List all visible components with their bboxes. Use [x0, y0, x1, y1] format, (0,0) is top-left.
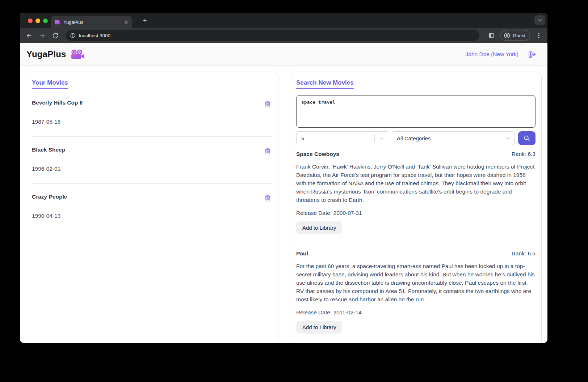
result-rank: Rank: 6.3: [512, 151, 536, 157]
app-header: YugaPlus John Doe (New York): [20, 43, 547, 66]
browser-menu-button[interactable]: [535, 31, 542, 39]
result-description: For the past 60 years, a space-traveling…: [296, 262, 536, 304]
search-controls: 5 All Categories: [296, 131, 536, 145]
side-panel-button[interactable]: [487, 31, 495, 39]
search-panel: Search New Movies space travel 5 All Cat…: [290, 72, 542, 343]
trash-icon: [264, 147, 272, 155]
add-to-library-button[interactable]: Add to Library: [296, 321, 342, 334]
back-arrow-icon: [26, 32, 33, 39]
movie-date: 1987-05-18: [32, 119, 272, 125]
divider: [296, 240, 536, 240]
add-to-library-button[interactable]: Add to Library: [296, 221, 342, 234]
divider: [32, 183, 272, 184]
close-window-button[interactable]: [28, 18, 33, 23]
delete-movie-button[interactable]: [263, 194, 272, 203]
search-result: Space Cowboys Rank: 6.3 Frank Corvin, ‘H…: [296, 151, 536, 234]
tab-title: YugaPlus: [63, 20, 121, 25]
search-button[interactable]: [518, 131, 536, 145]
movie-date: 1996-02-01: [32, 166, 272, 172]
user-name-link[interactable]: John Doe (New York): [466, 51, 518, 58]
url-text[interactable]: localhost:3000: [79, 33, 110, 38]
result-rank: Rank: 6.5: [512, 250, 536, 257]
site-info-icon[interactable]: [70, 33, 76, 38]
forward-button[interactable]: [38, 31, 46, 39]
divider: [32, 136, 272, 137]
search-result: Paul Rank: 6.5 For the past 60 years, a …: [296, 250, 536, 334]
trash-icon: [264, 194, 272, 202]
address-bar[interactable]: localhost:3000: [66, 30, 479, 41]
list-item: Black Sheep 1996-02-01: [32, 147, 272, 172]
movie-camera-icon: [71, 49, 84, 59]
tab-close-icon[interactable]: ×: [124, 20, 129, 25]
reload-icon: [52, 33, 58, 39]
list-item: Beverly Hills Cop II 1987-05-18: [32, 99, 272, 125]
chevron-down-icon: [375, 136, 388, 141]
delete-movie-button[interactable]: [263, 147, 272, 156]
logout-button[interactable]: [528, 50, 537, 59]
chevron-down-icon: [537, 18, 543, 23]
result-release-date: Release Date: 2000-07-31: [296, 210, 536, 216]
search-title: Search New Movies: [296, 79, 354, 89]
reload-button[interactable]: [51, 31, 59, 39]
zoom-window-button[interactable]: [43, 18, 48, 23]
favicon-movie-camera-icon: [54, 20, 60, 25]
forward-arrow-icon: [39, 32, 46, 39]
movie-title: Beverly Hills Cop II: [32, 99, 83, 106]
search-input[interactable]: space travel: [296, 95, 536, 128]
side-panel-icon: [488, 32, 495, 39]
tab-search-button[interactable]: [534, 15, 545, 25]
search-icon: [523, 135, 530, 142]
movie-date: 1990-04-13: [32, 213, 272, 219]
guest-avatar-icon: [504, 32, 511, 39]
your-movies-panel: Your Movies Beverly Hills Cop II 1987-05…: [26, 72, 278, 343]
back-button[interactable]: [25, 31, 33, 39]
movie-title: Black Sheep: [32, 147, 65, 153]
category-select[interactable]: All Categories: [392, 131, 514, 145]
profile-label: Guest: [513, 33, 525, 38]
kebab-menu-icon: [536, 32, 542, 39]
your-movies-title: Your Movies: [32, 79, 68, 89]
results-limit-value: 5: [301, 135, 374, 141]
category-value: All Categories: [397, 135, 501, 141]
browser-toolbar: localhost:3000 Guest: [20, 28, 547, 43]
window-controls: [28, 18, 48, 23]
logout-icon: [528, 50, 537, 59]
trash-icon: [264, 100, 272, 108]
new-tab-button[interactable]: +: [140, 16, 150, 25]
delete-movie-button[interactable]: [263, 99, 272, 109]
result-release-date: Release Date: 2011-02-14: [296, 309, 536, 316]
result-title: Paul: [296, 250, 308, 257]
profile-button[interactable]: Guest: [500, 30, 530, 41]
result-title: Space Cowboys: [296, 151, 339, 157]
browser-window: YugaPlus × + localhost:3000 Guest: [20, 13, 547, 343]
result-description: Frank Corvin, ‘Hawk’ Hawkins, Jerry O'Ne…: [296, 162, 536, 204]
list-item: Crazy People 1990-04-13: [32, 194, 272, 219]
tab-yugaplus[interactable]: YugaPlus ×: [51, 16, 132, 28]
results-limit-select[interactable]: 5: [296, 131, 388, 145]
chevron-down-icon: [501, 136, 514, 141]
movie-title: Crazy People: [32, 194, 67, 200]
main-content: Your Movies Beverly Hills Cop II 1987-05…: [20, 66, 547, 343]
movie-list: Beverly Hills Cop II 1987-05-18 Black Sh…: [32, 99, 272, 219]
app-title: YugaPlus: [26, 49, 66, 59]
minimize-window-button[interactable]: [35, 18, 40, 23]
tab-strip: YugaPlus × +: [20, 13, 547, 28]
